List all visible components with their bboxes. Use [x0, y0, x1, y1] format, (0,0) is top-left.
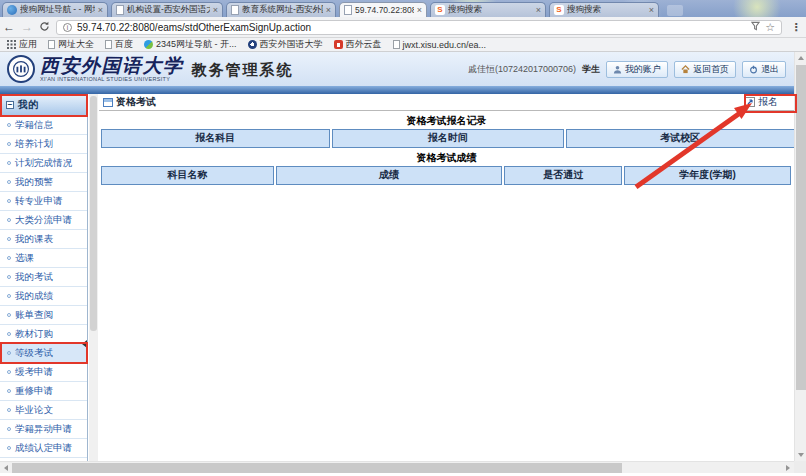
tab-eams-active[interactable]: 59.74.70.22:8080/eams... ×: [339, 2, 427, 17]
sidebar-item-label: 成绩认定申请: [15, 442, 72, 455]
sidebar-item-bill-inquiry[interactable]: 账单查阅: [0, 306, 87, 325]
vertical-scrollbar-thumb[interactable]: [796, 65, 806, 390]
bullet-icon: [7, 256, 11, 260]
bullet-icon: [7, 237, 11, 241]
sidebar-item-major-transfer[interactable]: 转专业申请: [0, 192, 87, 211]
scroll-left-icon[interactable]: [4, 465, 8, 471]
sidebar-item-plan-completion[interactable]: 计划完成情况: [0, 154, 87, 173]
tab-org-settings[interactable]: 机构设置-西安外国语大... ×: [111, 2, 223, 17]
refresh-icon[interactable]: [36, 18, 52, 36]
sidebar-item-label: 大类分流申请: [15, 214, 72, 227]
sidebar-item-my-grades[interactable]: 我的成绩: [0, 287, 87, 306]
sidebar-item-course-select[interactable]: 选课: [0, 249, 87, 268]
bullet-icon: [7, 408, 11, 412]
address-bar[interactable]: i 59.74.70.22:8080/eams/stdOtherExamSign…: [56, 20, 782, 35]
tab-sogou-search-2[interactable]: S 搜狗搜索 ×: [549, 2, 659, 17]
forward-icon[interactable]: →: [18, 18, 36, 36]
bookmark-apps[interactable]: 应用: [7, 38, 37, 51]
scroll-right-icon[interactable]: [786, 465, 790, 471]
bookmark-2345[interactable]: 2345网址导航 - 开...: [144, 38, 237, 51]
bookmark-cloud[interactable]: 西外云盘: [334, 38, 382, 51]
panel-collapse-icon[interactable]: [82, 340, 87, 348]
bookmark-star-icon[interactable]: ☆: [765, 22, 775, 33]
sidebar-item-level-exam[interactable]: 等级考试: [0, 344, 87, 363]
table-header-cell: 科目名称: [101, 166, 274, 185]
sidebar-item-label: 教材订购: [15, 328, 53, 341]
button-label: 返回首页: [693, 63, 729, 76]
chrome-menu-icon[interactable]: ⋮: [788, 21, 804, 34]
exam-scores-table: 资格考试成绩 科目名称 成绩 是否通过 学年度(学期): [101, 149, 792, 185]
signup-button[interactable]: 报名: [745, 95, 778, 109]
bookmark-wangzhi[interactable]: 网址大全: [48, 38, 94, 51]
tab-close-icon[interactable]: ×: [213, 6, 218, 15]
plugin-icon[interactable]: [751, 21, 760, 33]
power-icon: [749, 65, 758, 74]
my-account-button[interactable]: 我的账户: [606, 61, 668, 78]
sidebar-item-thesis[interactable]: 毕业论文: [0, 401, 87, 420]
page-icon: [116, 5, 124, 15]
bullet-icon: [7, 351, 11, 355]
tab-close-icon[interactable]: ×: [326, 6, 331, 15]
bullet-icon: [7, 142, 11, 146]
table-header-cell: 报名科目: [101, 129, 330, 148]
tab-close-icon[interactable]: ×: [536, 6, 541, 15]
page-icon: [344, 5, 352, 15]
system-title: 教务管理系统: [192, 61, 294, 80]
tab-edu-system[interactable]: 教育系统网址-西安外国... ×: [226, 2, 336, 17]
collapse-minus-icon[interactable]: −: [6, 101, 14, 109]
scroll-up-icon[interactable]: [798, 56, 804, 60]
url-text[interactable]: 59.74.70.22:8080/eams/stdOtherExamSignUp…: [77, 22, 746, 33]
sidebar-scrollbar-thumb[interactable]: [90, 96, 97, 331]
bullet-icon: [7, 389, 11, 393]
bookmark-baidu[interactable]: 百度: [105, 38, 133, 51]
page-info-icon[interactable]: i: [63, 23, 72, 32]
sidebar-scrollbar[interactable]: [89, 94, 98, 461]
page-vertical-scrollbar[interactable]: [794, 52, 806, 461]
logout-button[interactable]: 退出: [742, 61, 786, 78]
scroll-down-icon[interactable]: [798, 453, 804, 457]
tab-sogou-nav[interactable]: 搜狗网址导航 - - 网址大... ×: [2, 2, 108, 17]
bookmark-label: 西外云盘: [346, 38, 382, 51]
bullet-icon: [7, 161, 11, 165]
bookmark-jwxt[interactable]: jwxt.xisu.edu.cn/ea...: [393, 40, 487, 50]
header-divider-band: [0, 86, 794, 94]
site-header: 西安外国语大学 XI'AN INTERNATIONAL STUDIES UNIV…: [0, 52, 794, 86]
page-horizontal-scrollbar[interactable]: [0, 461, 794, 473]
sogou-nav-icon: [7, 5, 17, 15]
table-header-cell: 考试校区: [566, 129, 795, 148]
user-role: 学生: [582, 63, 600, 76]
bullet-icon: [7, 218, 11, 222]
sidebar-item-textbook-order[interactable]: 教材订购: [0, 325, 87, 344]
bookmark-xisu[interactable]: 西安外国语大学: [248, 38, 323, 51]
bullet-icon: [7, 370, 11, 374]
new-tab-button[interactable]: [667, 5, 683, 16]
table-header-row: 报名科目 报名时间 考试校区: [101, 129, 792, 148]
sidebar-item-retake-apply[interactable]: 重修申请: [0, 382, 87, 401]
return-home-button[interactable]: 返回首页: [674, 61, 736, 78]
browser-toolbar: ← → i 59.74.70.22:8080/eams/stdOtherExam…: [0, 17, 806, 38]
page-title: 资格考试: [116, 95, 156, 109]
bookmark-label: 西安外国语大学: [260, 38, 323, 51]
sidebar-item-grade-recognition[interactable]: 成绩认定申请: [0, 439, 87, 458]
sidebar-item-label: 培养计划: [15, 138, 53, 151]
sidebar-item-label: 我的成绩: [15, 290, 53, 303]
tab-close-icon[interactable]: ×: [649, 6, 654, 15]
sidebar-item-deferred-exam[interactable]: 缓考申请: [0, 363, 87, 382]
tab-sogou-search-1[interactable]: S 搜狗搜索 ×: [430, 2, 546, 17]
table-header-cell: 报名时间: [332, 129, 564, 148]
sidebar-item-student-info[interactable]: 学籍信息: [0, 116, 87, 135]
horizontal-scrollbar-thumb[interactable]: [12, 463, 622, 473]
sidebar-item-training-plan[interactable]: 培养计划: [0, 135, 87, 154]
university-title-block: 西安外国语大学 XI'AN INTERNATIONAL STUDIES UNIV…: [40, 56, 184, 82]
tab-close-icon[interactable]: ×: [98, 6, 103, 15]
sidebar-item-category-split[interactable]: 大类分流申请: [0, 211, 87, 230]
sidebar-item-my-timetable[interactable]: 我的课表: [0, 230, 87, 249]
back-icon[interactable]: ←: [0, 18, 18, 36]
sidebar-item-status-change[interactable]: 学籍异动申请: [0, 420, 87, 439]
sidebar-section-my[interactable]: − 我的: [0, 94, 87, 116]
sidebar-item-my-warning[interactable]: 我的预警: [0, 173, 87, 192]
tab-close-icon[interactable]: ×: [417, 6, 422, 15]
sidebar-item-my-exams[interactable]: 我的考试: [0, 268, 87, 287]
bullet-icon: [7, 332, 11, 336]
sogou-icon: S: [554, 5, 564, 15]
